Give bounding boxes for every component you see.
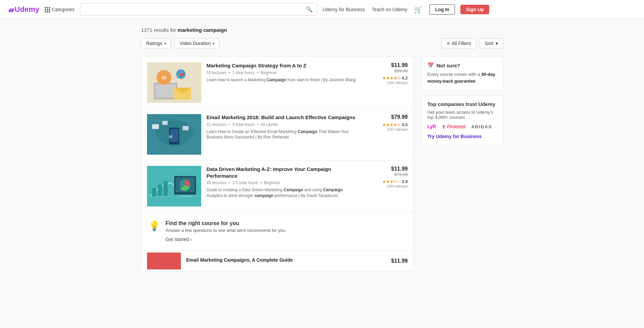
course-pricing: $11.99 $79.99 ★★★½☆ 3.9 (294 ratings) — [364, 166, 408, 206]
partial-course-info: Email Marketing Campaigns, A Complete Gu… — [186, 257, 358, 264]
rating-count: (147 ratings) — [364, 127, 408, 131]
lightbulb-icon: 💡 — [148, 220, 160, 232]
course-stars: ★★★½☆ 3.9 — [364, 179, 408, 184]
sort-button[interactable]: Sort ▾ — [480, 38, 503, 48]
course-info: Data Driven Marketing A-Z: Improve Your … — [207, 166, 358, 206]
login-button[interactable]: Log In — [429, 4, 455, 15]
signup-button[interactable]: Sign Up — [460, 5, 489, 14]
filters-left: Ratings ▾ Video Duration ▾ — [141, 38, 220, 48]
rating-number: 4.2 — [401, 75, 408, 81]
results-query: marketing campaign — [178, 27, 227, 33]
results-header: 1371 results for marketing campaign — [141, 27, 503, 33]
sidebar: 📅 Not sure? Every course comes with a 30… — [422, 57, 503, 145]
course-price-current: $11.99 — [364, 62, 408, 68]
svg-text:📣: 📣 — [179, 72, 185, 78]
main-container: 1371 results for marketing campaign Rati… — [136, 19, 508, 279]
nav-business-link[interactable]: Udemy for Business — [323, 7, 365, 12]
trust-card: Top companies trust Udemy Get your team … — [422, 95, 503, 145]
filter-lines-icon: ≡ — [447, 41, 450, 46]
svg-rect-20 — [152, 188, 156, 196]
course-pricing: $11.99 $99.99 ★★★★½ 4.2 (166 ratings) — [364, 62, 408, 103]
course-card-partial[interactable]: Email Marketing Campaigns, A Complete Gu… — [141, 251, 414, 271]
cart-icon[interactable]: 🛒 — [413, 4, 424, 15]
partial-course-thumbnail — [147, 253, 181, 269]
search-input[interactable]: marketing campaign — [80, 4, 302, 15]
course-title: Email Marketing 2018: Build and Launch E… — [207, 114, 358, 121]
course-pricing: $79.99 ★★★★½ 4.5 (147 ratings) — [364, 114, 408, 155]
course-stars: ★★★★½ 4.5 — [364, 122, 408, 127]
rating-number: 4.5 — [401, 122, 408, 127]
stars-icon: ★★★½☆ — [382, 179, 400, 184]
nav-links: Udemy for Business Teach on Udemy — [323, 7, 407, 12]
course-meta: 46 lectures • 3.5 total hours • Beginner — [207, 180, 358, 185]
logo[interactable]: 𝓊 Udemy — [8, 4, 39, 15]
course-price-current: $11.99 — [364, 166, 408, 172]
course-price-original: $99.99 — [364, 68, 408, 73]
trust-title: Top companies trust Udemy — [428, 101, 497, 107]
results-label: results for — [154, 27, 178, 33]
course-title: Data Driven Marketing A-Z: Improve Your … — [207, 166, 358, 179]
nav-teach-link[interactable]: Teach on Udemy — [372, 7, 407, 12]
video-duration-filter[interactable]: Video Duration ▾ — [174, 38, 220, 48]
video-duration-chevron-icon: ▾ — [213, 42, 214, 45]
course-meta: 41 lectures • 3 total hours • All Levels — [207, 122, 358, 127]
course-price-current: $79.99 — [364, 114, 408, 120]
rating-number: 3.9 — [401, 179, 408, 184]
rating-count: (166 ratings) — [364, 81, 408, 85]
rating-count: (294 ratings) — [364, 184, 408, 188]
find-course-subtitle: Answer a few questions to see what we'd … — [166, 228, 287, 233]
categories-label: Categories — [51, 7, 75, 12]
not-sure-description: Every course comes with a 30-day money-b… — [428, 71, 497, 84]
filters-right: ≡ All Filters Sort ▾ — [442, 38, 503, 48]
partial-course-pricing: $11.99 — [364, 258, 408, 264]
logo-u-icon: 𝓊 — [8, 4, 13, 15]
calendar-icon: 📅 — [428, 62, 434, 68]
categories-nav[interactable]: Categories — [45, 7, 75, 12]
course-meta: 53 lectures • 2 total hours • Beginner — [207, 70, 358, 75]
partial-course-title: Email Marketing Campaigns, A Complete Gu… — [186, 257, 358, 263]
course-title: Marketing Campaign Strategy from A to Z — [207, 62, 358, 69]
grid-icon — [45, 7, 49, 12]
not-sure-card: 📅 Not sure? Every course comes with a 30… — [422, 57, 503, 90]
course-stars: ★★★★½ 4.2 — [364, 75, 408, 81]
course-thumbnail: ✉ 📣 — [147, 62, 201, 103]
results-count: 1371 — [141, 27, 152, 33]
search-bar: marketing campaign 🔍 — [80, 3, 317, 16]
get-started-link[interactable]: Get started › — [166, 237, 192, 242]
course-price-original: $79.99 — [364, 172, 408, 177]
course-description: Guide to creating a Data Driven Marketin… — [207, 187, 358, 199]
sort-chevron-icon: ▾ — [496, 41, 498, 46]
content-layout: ✉ 📣 Marketing Campaign Strategy from A t… — [141, 57, 503, 271]
try-business-link[interactable]: Try Udemy for Business — [428, 134, 482, 139]
svg-rect-21 — [158, 184, 162, 196]
lyft-logo: Lyft — [428, 124, 436, 129]
svg-text:✉: ✉ — [162, 74, 167, 81]
logo-text: Udemy — [15, 5, 39, 14]
course-description: Learn how to launch a Marketing Campaign… — [207, 77, 358, 83]
course-card[interactable]: ✉ 📣 Marketing Campaign Strategy from A t… — [141, 57, 414, 108]
svg-rect-22 — [164, 181, 168, 196]
search-button[interactable]: 🔍 — [302, 3, 317, 15]
results-list: ✉ 📣 Marketing Campaign Strategy from A t… — [141, 57, 414, 271]
find-course-section: 💡 Find the right course for you Answer a… — [141, 212, 414, 251]
ratings-filter[interactable]: Ratings ▾ — [141, 38, 171, 48]
find-course-content: Find the right course for you Answer a f… — [166, 220, 287, 242]
svg-rect-17 — [183, 126, 189, 130]
trust-description: Get your team access to Udemy's top 4,00… — [428, 110, 497, 120]
stars-icon: ★★★★½ — [382, 75, 400, 81]
course-info: Marketing Campaign Strategy from A to Z … — [207, 62, 358, 103]
filters-bar: Ratings ▾ Video Duration ▾ ≡ All Filters… — [141, 38, 503, 48]
course-card[interactable]: Data Driven Marketing A-Z: Improve Your … — [141, 160, 414, 212]
course-info: Email Marketing 2018: Build and Launch E… — [207, 114, 358, 155]
partial-course-price: $11.99 — [364, 258, 408, 264]
all-filters-button[interactable]: ≡ All Filters — [442, 38, 476, 48]
course-thumbnail — [147, 166, 201, 206]
course-thumbnail: ✉ — [147, 114, 201, 155]
svg-rect-2 — [155, 84, 176, 98]
stars-icon: ★★★★½ — [382, 122, 400, 127]
navbar: 𝓊 Udemy Categories marketing campaign 🔍 … — [0, 0, 644, 19]
find-course-title: Find the right course for you — [166, 220, 287, 226]
course-description: Learn How to Create an Effective Email M… — [207, 129, 358, 140]
not-sure-title: 📅 Not sure? — [428, 62, 497, 68]
course-card[interactable]: ✉ Email Marketing 2018: Build and Launch… — [141, 108, 414, 160]
